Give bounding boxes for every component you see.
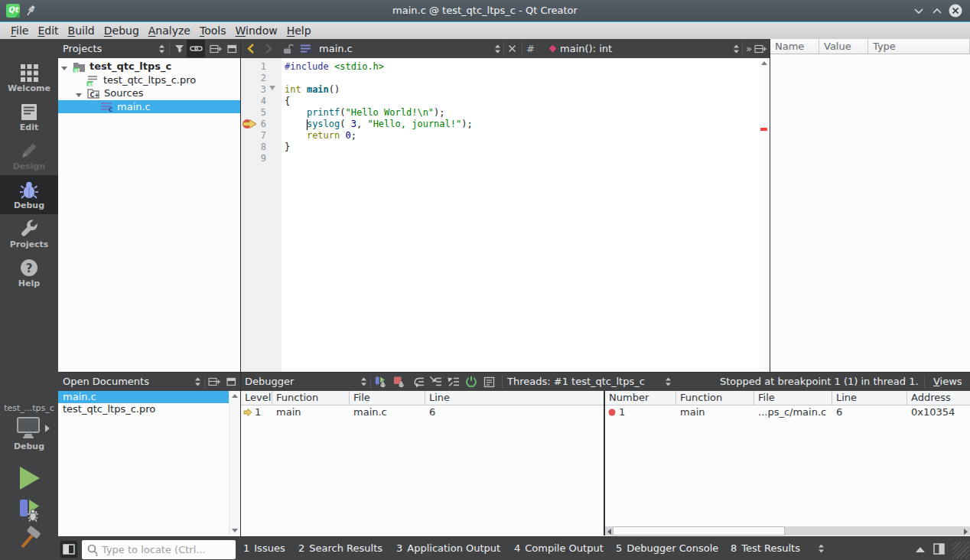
open-file-name[interactable]: main.c <box>319 39 353 58</box>
column-header-number[interactable]: Number <box>605 391 676 405</box>
breakpoints-hscrollbar[interactable] <box>605 526 970 536</box>
line-column-icon[interactable]: # <box>526 39 535 58</box>
divider[interactable] <box>240 39 241 536</box>
toggle-left-sidebar-button[interactable] <box>60 540 78 558</box>
breakpoint-stopped-icon[interactable] <box>242 119 258 132</box>
code-line-9[interactable] <box>285 153 757 164</box>
code-line-2[interactable] <box>285 73 757 84</box>
resize-grip[interactable] <box>952 542 969 558</box>
close-pane-icon[interactable] <box>227 39 237 58</box>
mode-debug[interactable]: Debug <box>0 175 58 214</box>
fold-marker-icon[interactable] <box>269 86 275 90</box>
file-dropdown-icon[interactable] <box>493 39 502 58</box>
shade-button[interactable] <box>913 5 925 17</box>
table-row[interactable]: 1main...ps_c/main.c60x10354 <box>605 405 970 418</box>
output-tab-test-results[interactable]: 8Test Results <box>731 537 800 560</box>
column-header-line[interactable]: Line <box>425 391 604 405</box>
scroll-down-icon[interactable] <box>232 529 238 532</box>
stack-view[interactable]: LevelFunctionFileLine1mainmain.c6 <box>241 391 604 536</box>
column-header-file[interactable]: File <box>350 391 425 405</box>
output-tab-issues[interactable]: 1Issues <box>243 537 285 560</box>
locals-column-type[interactable]: Type <box>868 39 970 54</box>
menu-window[interactable]: Window <box>230 22 282 39</box>
column-header-function[interactable]: Function <box>272 391 350 405</box>
code-line-6[interactable]: syslog( 3, "Hello, journal!"); <box>285 119 757 130</box>
views-button[interactable]: Views <box>933 373 962 391</box>
divider[interactable] <box>604 391 605 536</box>
close-document-icon[interactable] <box>508 39 516 58</box>
scroll-right-icon[interactable] <box>964 529 968 535</box>
open-documents-close-icon[interactable] <box>226 373 236 391</box>
code-line-5[interactable]: printf("Hello World!\n"); <box>285 107 757 119</box>
tree-item-test_qtc_ltps_c[interactable]: qttest_qtc_ltps_c <box>58 60 240 73</box>
tree-item-Sources[interactable]: C+Sources <box>58 86 240 100</box>
threads-dropdown-icon[interactable] <box>664 373 672 391</box>
open-document-main.c[interactable]: main.c <box>58 391 229 403</box>
restart-icon[interactable] <box>465 373 477 391</box>
mode-help[interactable]: ?Help <box>0 253 58 292</box>
toggle-right-sidebar-button[interactable] <box>933 543 946 555</box>
table-row[interactable]: 1mainmain.c6 <box>241 405 604 418</box>
minimize-button[interactable] <box>931 5 943 17</box>
projects-pane-select-icon[interactable] <box>158 39 166 58</box>
mode-design[interactable]: Design <box>0 136 58 175</box>
column-header-function[interactable]: Function <box>676 391 754 405</box>
code-line-8[interactable]: } <box>285 142 757 153</box>
open-document-test_qtc_ltps_c.pro[interactable]: test_qtc_ltps_c.pro <box>58 403 229 415</box>
menu-build[interactable]: Build <box>63 22 99 39</box>
go-forward-icon[interactable] <box>265 39 273 58</box>
menu-debug[interactable]: Debug <box>99 22 144 39</box>
output-tab-application-output[interactable]: 3Application Output <box>396 537 500 560</box>
build-button[interactable] <box>17 525 43 551</box>
current-symbol[interactable]: main(): int <box>560 39 612 58</box>
code-line-7[interactable]: return 0; <box>285 130 757 142</box>
debugger-log-icon[interactable] <box>483 373 495 391</box>
step-over-icon[interactable] <box>412 373 425 391</box>
divider[interactable] <box>770 39 770 373</box>
stop-debug-icon[interactable] <box>393 373 406 391</box>
continue-debug-icon[interactable] <box>375 373 388 391</box>
menu-analyze[interactable]: Analyze <box>144 22 195 39</box>
menu-tools[interactable]: Tools <box>195 22 231 39</box>
scroll-up-icon[interactable] <box>761 61 767 65</box>
kit-selector-button[interactable]: Debug <box>0 417 58 452</box>
close-button[interactable] <box>949 4 962 18</box>
threads-selector[interactable]: Threads: #1 test_qtc_ltps_c <box>507 373 645 391</box>
open-documents-split-icon[interactable] <box>208 373 220 391</box>
code-editor[interactable]: 123456789 #include <stdio.h> int main(){… <box>241 58 770 372</box>
split-icon[interactable] <box>210 39 222 58</box>
run-button[interactable] <box>17 465 43 491</box>
locator-input[interactable]: Type to locate (Ctrl... <box>82 540 236 559</box>
open-documents-scrollbar[interactable] <box>229 391 240 536</box>
start-debugging-button[interactable] <box>17 497 43 523</box>
editor-gutter[interactable]: 123456789 <box>241 58 282 372</box>
hscroll-slider[interactable] <box>613 526 785 536</box>
scroll-up-icon[interactable] <box>232 394 238 398</box>
locals-column-name[interactable]: Name <box>770 39 819 54</box>
code-line-1[interactable]: #include <stdio.h> <box>285 61 757 73</box>
column-header-level[interactable]: Level <box>241 391 272 405</box>
code-line-4[interactable]: { <box>285 96 757 107</box>
output-tab-search-results[interactable]: 2Search Results <box>298 537 382 560</box>
divider[interactable] <box>58 372 970 373</box>
filter-icon[interactable] <box>174 39 185 58</box>
debugger-pane-select-icon[interactable] <box>360 373 368 391</box>
locals-column-value[interactable]: Value <box>819 39 868 54</box>
symbol-dropdown-icon[interactable] <box>732 39 741 58</box>
menu-edit[interactable]: Edit <box>33 22 63 39</box>
lock-icon[interactable] <box>283 39 294 58</box>
code-line-3[interactable]: int main() <box>285 84 757 96</box>
mode-welcome[interactable]: Welcome <box>0 58 58 97</box>
editor-split-icon[interactable] <box>754 39 767 58</box>
column-header-address[interactable]: Address <box>907 391 970 405</box>
toolbar-overflow-icon[interactable]: » <box>746 39 752 58</box>
output-pane-dropdown-icon[interactable] <box>817 537 825 560</box>
menu-help[interactable]: Help <box>282 22 316 39</box>
step-out-icon[interactable] <box>447 373 461 391</box>
mode-edit[interactable]: Edit <box>0 97 58 136</box>
mode-projects[interactable]: Projects <box>0 214 58 253</box>
maximize-output-icon[interactable] <box>916 547 925 552</box>
output-tab-compile-output[interactable]: 4Compile Output <box>514 537 604 560</box>
editor-vscrollbar[interactable] <box>759 58 770 372</box>
output-tab-debugger-console[interactable]: 5Debugger Console <box>616 537 718 560</box>
